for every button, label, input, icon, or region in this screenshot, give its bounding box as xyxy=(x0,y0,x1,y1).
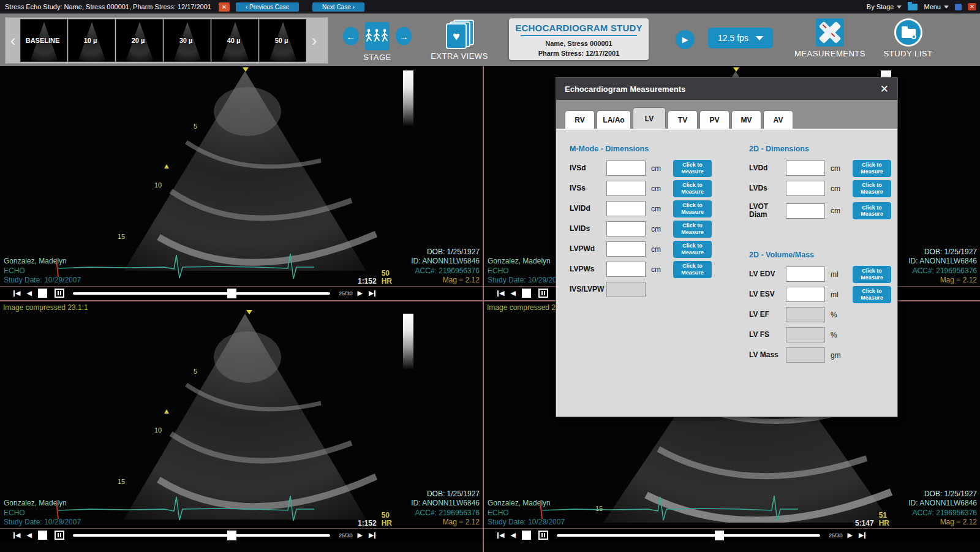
measurements-control[interactable]: MEASUREMENTS xyxy=(793,18,867,58)
thumbnail-40u[interactable]: 40 µ xyxy=(211,19,258,62)
pause-icon[interactable] xyxy=(538,289,548,298)
thumbnail-50u[interactable]: 50 µ xyxy=(259,19,306,62)
stage-label: STAGE xyxy=(343,53,412,62)
dialog-close-icon[interactable]: ✕ xyxy=(880,83,889,96)
measurements-label: MEASUREMENTS xyxy=(793,49,867,58)
ivss-measure-button[interactable]: Click toMeasure xyxy=(673,180,712,197)
step-back-icon[interactable]: ◀ xyxy=(26,289,31,297)
lv-fs-output xyxy=(786,327,825,342)
measurement-row: LVDd cm Click toMeasure xyxy=(749,158,891,178)
lvpws-input[interactable] xyxy=(606,262,646,277)
tab-pv[interactable]: PV xyxy=(699,110,729,129)
magnification: Mag = 2.12 xyxy=(908,276,977,285)
section-heading-2d-dims: 2D - Dimensions xyxy=(749,145,891,158)
stage-prev-button[interactable]: ← xyxy=(343,27,359,45)
lvds-input[interactable] xyxy=(786,181,825,196)
lvot-diam-input[interactable] xyxy=(786,203,825,219)
skip-start-icon[interactable]: ◀ xyxy=(497,531,504,539)
lv-edv-input[interactable] xyxy=(786,267,825,282)
magnification: Mag = 2.12 xyxy=(411,276,480,285)
viewport-divider-vertical xyxy=(483,66,484,552)
skip-start-icon[interactable]: ◀ xyxy=(497,289,504,297)
frame-slider[interactable] xyxy=(73,534,330,537)
slider-handle[interactable] xyxy=(227,531,236,540)
lvpwd-measure-button[interactable]: Click toMeasure xyxy=(673,241,712,258)
thumbnails-prev-icon[interactable]: ‹ xyxy=(6,19,20,62)
stop-icon[interactable] xyxy=(38,289,47,298)
tab-tv[interactable]: TV xyxy=(668,110,698,129)
lvids-input[interactable] xyxy=(606,221,646,236)
skip-end-icon[interactable]: ▶ xyxy=(369,289,375,297)
tab-la-ao[interactable]: LA/Ao xyxy=(597,110,631,129)
ivsd-input[interactable] xyxy=(606,161,646,176)
tab-mv[interactable]: MV xyxy=(731,110,761,129)
viewport-baseline[interactable]: 5 10 15 Gonzalez, Madelyn ECHO Study Dat… xyxy=(0,66,483,300)
stage-icon[interactable] xyxy=(365,22,390,50)
folder-icon[interactable] xyxy=(908,4,918,10)
study-list-control[interactable]: STUDY LIST xyxy=(873,18,943,58)
skip-end-icon[interactable]: ▶ xyxy=(859,531,865,539)
apex-marker-icon xyxy=(733,67,739,72)
stop-icon[interactable] xyxy=(38,531,47,540)
tab-lv[interactable]: LV xyxy=(633,107,666,129)
lvids-measure-button[interactable]: Click toMeasure xyxy=(673,221,712,238)
step-back-icon[interactable]: ◀ xyxy=(26,531,31,539)
tab-rv[interactable]: RV xyxy=(565,110,595,129)
next-case-button[interactable]: Next Case › xyxy=(312,2,364,12)
lv-edv-measure-button[interactable]: Click toMeasure xyxy=(853,266,891,283)
thumbnail-20u[interactable]: 20 µ xyxy=(116,19,163,62)
step-forward-icon[interactable]: ▶ xyxy=(847,531,852,539)
step-back-icon[interactable]: ◀ xyxy=(510,531,515,539)
fps-dropdown[interactable]: 12.5 fps xyxy=(708,28,773,48)
step-forward-icon[interactable]: ▶ xyxy=(357,531,362,539)
tab-av[interactable]: AV xyxy=(763,110,793,129)
viewport-stage3[interactable]: Image compressed 23.1:1 5 10 15 Gonzalez… xyxy=(0,301,483,552)
skip-start-icon[interactable]: ◀ xyxy=(13,289,20,297)
close-study-icon[interactable]: ✕ xyxy=(219,2,230,12)
depth-label: 15 xyxy=(118,478,125,485)
frame-slider[interactable] xyxy=(73,292,330,295)
pause-icon[interactable] xyxy=(55,289,64,298)
stop-icon[interactable] xyxy=(522,531,531,540)
slider-handle[interactable] xyxy=(227,289,236,298)
lvidd-input[interactable] xyxy=(606,201,646,216)
thumbnail-30u[interactable]: 30 µ xyxy=(164,19,211,62)
measurement-row: LV EDV ml Click toMeasure xyxy=(749,264,891,284)
window-close-icon[interactable]: ✕ xyxy=(968,3,976,10)
slider-handle[interactable] xyxy=(715,531,724,540)
stage-next-button[interactable]: → xyxy=(396,27,412,45)
patient-id: ID: ANONN1LW6846 xyxy=(411,499,480,509)
stop-icon[interactable] xyxy=(522,289,531,298)
lvot-diam-measure-button[interactable]: Click toMeasure xyxy=(853,202,891,219)
pause-icon[interactable] xyxy=(538,531,548,540)
lvdd-measure-button[interactable]: Click toMeasure xyxy=(853,160,891,177)
lv-esv-measure-button[interactable]: Click toMeasure xyxy=(853,286,891,303)
apex-marker-icon xyxy=(246,310,252,314)
lvds-measure-button[interactable]: Click toMeasure xyxy=(853,180,891,197)
skip-start-icon[interactable]: ◀ xyxy=(13,531,20,539)
lv-esv-input[interactable] xyxy=(786,287,825,302)
skip-end-icon[interactable]: ▶ xyxy=(369,531,375,539)
thumbnail-10u[interactable]: 10 µ xyxy=(68,19,115,62)
step-back-icon[interactable]: ◀ xyxy=(510,289,515,297)
hr-value: 50 xyxy=(382,269,390,278)
by-stage-dropdown[interactable]: By Stage xyxy=(867,3,902,10)
lvpwd-input[interactable] xyxy=(606,241,646,257)
pause-icon[interactable] xyxy=(55,531,64,540)
compression-label: Image compressed 23.1:1 xyxy=(3,303,88,312)
menu-dropdown[interactable]: Menu xyxy=(924,3,949,10)
magnification: Mag = 2.12 xyxy=(908,518,977,527)
thumbnail-baseline[interactable]: BASELINE xyxy=(20,19,67,62)
step-forward-icon[interactable]: ▶ xyxy=(357,289,362,297)
lvidd-measure-button[interactable]: Click toMeasure xyxy=(673,200,712,217)
stage-control: ← → STAGE xyxy=(343,22,412,62)
play-button[interactable]: ▶ xyxy=(676,30,695,49)
ivsd-measure-button[interactable]: Click toMeasure xyxy=(673,160,712,177)
lvpws-measure-button[interactable]: Click toMeasure xyxy=(673,261,712,278)
thumbnails-next-icon[interactable]: › xyxy=(307,19,322,62)
frame-slider[interactable] xyxy=(557,534,820,537)
lvdd-input[interactable] xyxy=(786,161,825,176)
previous-case-button[interactable]: ‹ Previous Case xyxy=(236,2,299,12)
extra-views-control[interactable]: ♥ EXTRA VIEWS xyxy=(423,20,496,61)
ivss-input[interactable] xyxy=(606,181,646,196)
